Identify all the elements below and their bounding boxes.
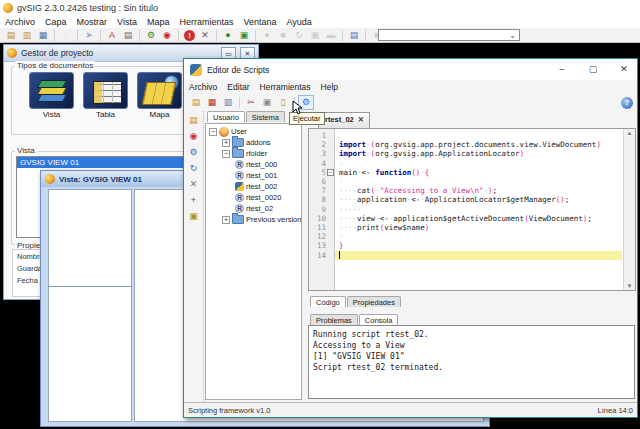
open-project-icon[interactable]: ▥ bbox=[20, 29, 34, 42]
error-console-icon[interactable]: ! bbox=[184, 30, 195, 41]
code-line-11[interactable]: ····print(view$name) bbox=[335, 223, 622, 232]
line-number: 14 bbox=[309, 251, 326, 261]
code-token: · bbox=[339, 159, 344, 168]
tree-item-rfolder[interactable]: −rfolder bbox=[206, 148, 301, 159]
code-token: cat bbox=[357, 186, 371, 195]
export-document-icon[interactable]: ▤ bbox=[347, 29, 361, 42]
code-line-12[interactable]: · bbox=[335, 232, 622, 241]
code-token: ···· bbox=[339, 214, 357, 223]
script-manager-icon[interactable]: ▥ bbox=[221, 96, 235, 109]
code-editor[interactable]: 12345−67891011121314 import·(org.gvsig.a… bbox=[308, 128, 636, 291]
menu-archivo[interactable]: Archivo bbox=[0, 17, 40, 27]
paste-icon[interactable]: ▯ bbox=[276, 96, 290, 109]
print-icon[interactable]: ▤ bbox=[121, 29, 135, 42]
tree-item-rtest-002[interactable]: rtest_002 bbox=[206, 181, 301, 192]
globe-layer-icon[interactable]: ▣ bbox=[237, 29, 251, 42]
console-tab-problemas[interactable]: Problemas bbox=[310, 314, 358, 325]
code-line-9[interactable]: ····· bbox=[335, 205, 622, 214]
rail-new-script-icon[interactable]: ▤ bbox=[187, 114, 200, 126]
stop-record-icon[interactable]: ◉ bbox=[160, 29, 174, 42]
python-icon bbox=[235, 182, 244, 191]
menu-capa[interactable]: Capa bbox=[40, 17, 72, 27]
tree-item-rtest-0020[interactable]: Rrtest_0020 bbox=[206, 192, 301, 203]
side-tab-sistema[interactable]: Sistema bbox=[246, 111, 285, 122]
menu-ayuda[interactable]: Ayuda bbox=[282, 17, 317, 27]
tree-item-previous-version[interactable]: +Previous version bbox=[206, 214, 301, 225]
close-icon[interactable]: ✕ bbox=[611, 59, 637, 80]
new-script-icon[interactable]: ▤ bbox=[189, 96, 203, 109]
code-line-5[interactable]: main·<-·function()·{ bbox=[335, 168, 622, 177]
side-tab-usuario[interactable]: Usuario bbox=[207, 111, 245, 122]
rail-add-icon[interactable]: + bbox=[187, 194, 200, 206]
tree-item-label: rtest_002 bbox=[246, 182, 277, 191]
tree-item-user[interactable]: −User bbox=[206, 126, 301, 137]
menu-mostrar[interactable]: Mostrar bbox=[72, 17, 113, 27]
code-line-3[interactable]: import·(org.gvsig.app.ApplicationLocator… bbox=[335, 149, 622, 158]
copy-icon[interactable]: ▣ bbox=[260, 96, 274, 109]
new-document-icon[interactable]: ▤ bbox=[4, 29, 18, 42]
cut-icon[interactable]: ✂ bbox=[244, 96, 258, 109]
code-vertical-scrollbar[interactable]: ▲ ▼ bbox=[623, 129, 635, 290]
rail-settings-icon[interactable]: ⚙ bbox=[187, 146, 200, 158]
code-line-14[interactable] bbox=[335, 251, 622, 260]
toolbar-separator bbox=[342, 30, 343, 41]
tree-item-rtest-02[interactable]: Rrtest_02 bbox=[206, 203, 301, 214]
menu-vista[interactable]: Vista bbox=[112, 17, 142, 27]
tree-item-rtest-000[interactable]: Rrtest_000 bbox=[206, 159, 301, 170]
annotation-icon[interactable]: A bbox=[105, 29, 119, 42]
editor-tab-rtest_02[interactable]: rtest_02 ✕ bbox=[318, 112, 370, 128]
expander-icon[interactable]: − bbox=[222, 150, 230, 158]
script-editor-title-bar[interactable]: Editor de Scripts – ▢ ✕ bbox=[184, 59, 637, 80]
expander-icon[interactable]: + bbox=[222, 139, 230, 147]
refresh-icon: ↻ bbox=[292, 29, 306, 42]
doc-type-tabla-button[interactable]: Tabla bbox=[83, 72, 128, 119]
tab-close-icon[interactable]: ✕ bbox=[358, 115, 364, 128]
toc-locator-divider[interactable] bbox=[48, 286, 132, 287]
doc-type-vista-button[interactable]: Vista bbox=[29, 72, 74, 119]
rail-record-icon[interactable]: ◉ bbox=[187, 130, 200, 142]
rail-tools-icon[interactable]: ✕ bbox=[187, 178, 200, 190]
preferences-gear-icon[interactable]: ⚙ bbox=[144, 29, 158, 42]
doc-type-mapa-button[interactable]: Mapa bbox=[137, 72, 182, 119]
code-line-7[interactable]: ····cat(·"Accessing to a View\n"·); bbox=[335, 186, 622, 195]
code-line-13[interactable]: } bbox=[335, 241, 622, 250]
console-tab-consola[interactable]: Consola bbox=[359, 314, 399, 325]
code-tab-propiedades[interactable]: Propiedades bbox=[347, 296, 401, 307]
menu-archivo[interactable]: Archivo bbox=[184, 82, 222, 92]
rail-package-icon[interactable]: ▣ bbox=[187, 210, 200, 222]
layer-search-combobox[interactable]: ⌄ bbox=[378, 29, 520, 41]
menu-herramientas[interactable]: Herramientas bbox=[255, 82, 316, 92]
help-icon[interactable]: ? bbox=[621, 97, 633, 109]
scroll-up-icon[interactable]: ▲ bbox=[627, 130, 633, 136]
code-token: { bbox=[425, 168, 430, 177]
expander-icon[interactable]: − bbox=[209, 128, 217, 136]
tree-item-label: rfolder bbox=[246, 149, 267, 158]
minimize-icon[interactable]: – bbox=[549, 59, 575, 80]
code-token: · bbox=[339, 232, 344, 241]
code-line-4[interactable]: · bbox=[335, 159, 622, 168]
code-line-1[interactable] bbox=[335, 131, 622, 140]
code-tab-c-digo[interactable]: Código bbox=[310, 296, 346, 307]
expander-icon[interactable]: + bbox=[222, 216, 230, 224]
menu-ventana[interactable]: Ventana bbox=[238, 17, 281, 27]
fold-toggle-icon[interactable]: − bbox=[327, 169, 334, 176]
code-line-2[interactable]: import·(org.gvsig.app.project.documents.… bbox=[335, 140, 622, 149]
code-line-6[interactable]: · bbox=[335, 177, 622, 186]
menu-herramientas[interactable]: Herramientas bbox=[174, 17, 238, 27]
add-globe-icon[interactable]: ● bbox=[221, 29, 235, 42]
maximize-icon[interactable]: ▢ bbox=[580, 59, 606, 80]
tools-icon[interactable]: ✕ bbox=[198, 29, 212, 42]
scroll-down-icon[interactable]: ▼ bbox=[627, 283, 633, 289]
tree-item-addons[interactable]: +addons bbox=[206, 137, 301, 148]
menu-mapa[interactable]: Mapa bbox=[142, 17, 175, 27]
save-project-icon[interactable]: ▦ bbox=[36, 29, 50, 42]
save-script-icon[interactable]: ▦ bbox=[205, 96, 219, 109]
select-arrow-icon[interactable]: ➤ bbox=[82, 29, 96, 42]
toc-panel[interactable] bbox=[48, 189, 132, 422]
menu-help[interactable]: Help bbox=[316, 82, 343, 92]
rail-refresh-icon[interactable]: ↻ bbox=[187, 162, 200, 174]
menu-editar[interactable]: Editar bbox=[222, 82, 254, 92]
code-line-10[interactable]: ····view·<-·application$getActiveDocumen… bbox=[335, 214, 622, 223]
code-line-8[interactable]: ····application·<-·ApplicationLocator$ge… bbox=[335, 195, 622, 204]
tree-item-rtest-001[interactable]: Rrtest_001 bbox=[206, 170, 301, 181]
